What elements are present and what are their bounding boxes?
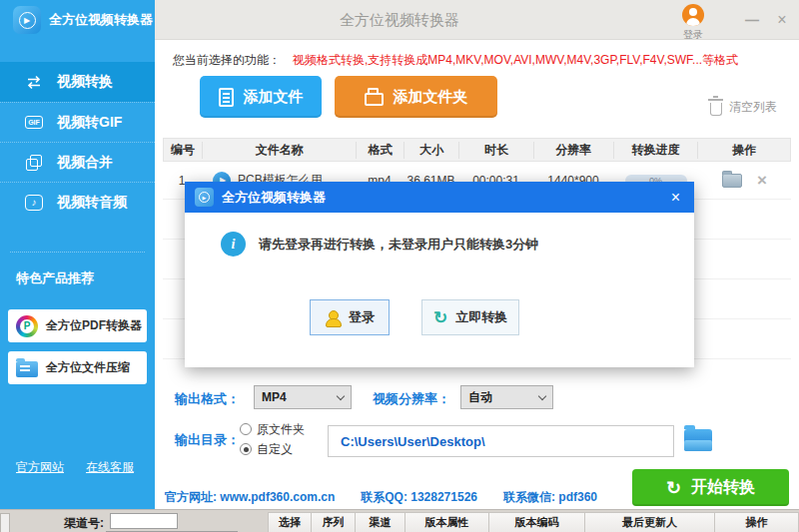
gif-icon: GIF [24,116,44,129]
play-icon: ▶ [19,12,36,29]
add-folder-button[interactable]: 添加文件夹 [335,76,497,118]
dialog-message: 请先登录再进行转换，未登录用户只能转换3分钟 [259,236,538,254]
contact-wechat: 联系微信: pdf360 [503,489,597,506]
table-header-row: 编号 文件名称 格式 大小 时长 分辨率 转换进度 操作 [163,138,791,162]
login-prompt-dialog: ▶ 全方位视频转换器 × i 请先登录再进行转换，未登录用户只能转换3分钟 登录… [185,182,694,367]
col-header-size: 大小 [403,142,458,159]
function-description: 视频格式转换,支持转换成MP4,MKV,MOV,AVI,MWV,M4V,3GP,… [293,53,738,67]
open-folder-icon[interactable] [722,174,742,188]
minimize-button[interactable]: — [737,0,767,40]
user-icon [682,4,704,26]
background-window-strip: 渠道号: 选择 序列 渠道 版本属性 版本编码 最后更新人 操作 [0,509,799,532]
dialog-convert-now-button[interactable]: ↻ 立即转换 [421,299,519,335]
promo-file-compress[interactable]: 全方位文件压缩 [8,351,147,384]
info-icon: i [221,232,246,257]
footer-contacts: 官方网址: www.pdf360.com.cn 联系QQ: 1328271526… [165,489,597,506]
chevron-down-icon [337,391,345,399]
dialog-titlebar: ▶ 全方位视频转换器 × [185,182,694,213]
chevron-down-icon [538,391,546,399]
row-operations: × [698,172,791,189]
contact-qq: 联系QQ: 1328271526 [361,489,477,506]
col-header-resolution: 分辨率 [533,142,613,159]
document-icon [219,88,234,107]
pdf-converter-icon: P [16,315,38,337]
sidebar-item-video-to-gif[interactable]: GIF 视频转GIF [0,102,155,142]
channel-number-label: 渠道号: [64,515,104,532]
loop-arrows-icon [24,75,44,90]
dialog-message-row: i 请先登录再进行转换，未登录用户只能转换3分钟 [221,232,538,257]
background-table-headers: 选择 序列 渠道 版本属性 版本编码 最后更新人 操作 [268,512,799,532]
sidebar-item-video-merge[interactable]: 视频合并 [0,142,155,182]
refresh-icon: ↻ [433,309,447,326]
app-window: 全方位视频转换器 ▶ 全方位视频转换器 登录 — × 视频转换 GIF [0,0,799,532]
radio-label: 原文件夹 [257,421,305,438]
promo-header: 特色产品推荐 [16,269,94,287]
col-header-format: 格式 [356,142,403,159]
col-header-no: 编号 [164,142,202,159]
col-header-filename: 文件名称 [202,142,357,159]
radio-custom-folder[interactable]: 自定义 [240,439,305,459]
bg-col-version-code: 版本编码 [489,512,585,532]
sidebar-item-label: 视频转音频 [57,194,127,212]
sidebar-item-label: 视频合并 [57,154,113,172]
add-folder-label: 添加文件夹 [394,88,468,107]
col-header-operation: 操作 [697,142,790,159]
col-header-progress: 转换进度 [613,142,698,159]
radio-icon [240,423,252,435]
file-compress-icon [16,361,38,377]
online-support-link[interactable]: 在线客服 [86,459,134,476]
remove-file-icon[interactable]: × [757,172,767,189]
col-header-duration: 时长 [458,142,533,159]
scrollbar-fragment[interactable] [0,513,10,532]
login-button[interactable]: 登录 [673,4,713,42]
sidebar-menu: 视频转换 GIF 视频转GIF 视频合并 ♪ 视频转音频 [0,40,155,222]
sidebar-item-video-to-audio[interactable]: ♪ 视频转音频 [0,182,155,222]
radio-original-folder[interactable]: 原文件夹 [240,419,305,439]
video-resolution-label: 视频分辨率： [373,390,450,408]
function-prefix: 您当前选择的功能： [173,53,281,67]
clear-list-button[interactable]: 清空列表 [710,98,777,116]
channel-number-input[interactable] [110,513,178,529]
close-button[interactable]: × [767,0,797,40]
output-dir-label: 输出目录： [175,431,240,449]
add-file-button[interactable]: 添加文件 [200,76,322,118]
dialog-close-icon[interactable]: × [667,190,684,206]
promo-label: 全方位文件压缩 [46,359,130,376]
bg-col-select: 选择 [268,512,312,532]
dialog-login-label: 登录 [349,308,375,326]
official-website-link[interactable]: 官方网站 [16,459,64,476]
sidebar-item-label: 视频转GIF [57,114,122,132]
divider [10,252,145,253]
video-resolution-select[interactable]: 自动 [460,385,553,409]
start-convert-label: 开始转换 [691,477,755,498]
merge-icon [24,155,44,171]
dialog-title: 全方位视频转换器 [222,189,659,207]
person-icon [325,310,341,325]
official-url: 官方网址: www.pdf360.com.cn [165,489,335,506]
sidebar-links: 官方网站 在线客服 [16,459,134,476]
bg-col-channel: 渠道 [356,512,405,532]
promo-label: 全方位PDF转换器 [46,317,142,334]
output-dir-radios: 原文件夹 自定义 [240,419,305,459]
browse-folder-icon[interactable] [684,429,712,451]
add-file-label: 添加文件 [244,88,304,107]
output-format-select[interactable]: MP4 [254,385,352,409]
sidebar-item-label: 视频转换 [57,73,113,91]
folder-icon [365,93,384,106]
bg-col-last-updater: 最后更新人 [585,512,715,532]
sidebar-item-video-convert[interactable]: 视频转换 [0,62,155,102]
function-bar: 您当前选择的功能：视频格式转换,支持转换成MP4,MKV,MOV,AVI,MWV… [173,52,738,69]
bg-col-version-attr: 版本属性 [405,512,489,532]
music-note-icon: ♪ [24,195,44,211]
output-dir-input[interactable] [328,425,674,457]
radio-checked-icon [240,443,252,455]
play-icon: ▶ [199,192,210,203]
bg-col-sequence: 序列 [312,512,356,532]
dialog-login-button[interactable]: 登录 [310,299,390,335]
trash-icon [710,103,722,116]
start-convert-button[interactable]: ↻ 开始转换 [632,469,789,506]
promo-pdf-converter[interactable]: P 全方位PDF转换器 [8,309,147,342]
sidebar: 视频转换 GIF 视频转GIF 视频合并 ♪ 视频转音频 特色产品推荐 P [0,40,155,509]
clear-list-label: 清空列表 [729,99,777,116]
app-logo-icon: ▶ [13,6,41,34]
